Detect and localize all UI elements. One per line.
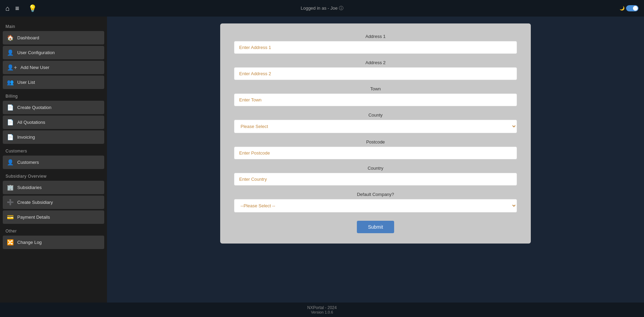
sidebar-item-label: Invoicing [17,135,35,140]
sidebar: Main🏠Dashboard👤User Configuration👤+Add N… [0,17,107,303]
sidebar-item-user-list[interactable]: 👥User List [3,76,104,89]
dashboard-icon: 🏠 [7,34,14,41]
moon-icon: 🌙 [619,6,625,11]
select-default-company[interactable]: --Please Select -- [234,199,517,212]
invoicing-icon: 📄 [7,134,14,140]
add-new-user-icon: 👤+ [7,64,17,71]
form-group-county: CountyPlease Select [234,112,517,133]
form-group-postcode: Postcode [234,139,517,159]
sidebar-item-payment-details[interactable]: 💳Payment Details [3,210,104,224]
create-subsidiary-icon: ➕ [7,199,14,206]
home-icon[interactable]: ⌂ [6,4,10,12]
form-group-town: Town [234,86,517,106]
label-default-company: Default Company? [234,192,517,197]
footer-version: Version 1.0.6 [3,310,641,314]
sidebar-item-label: All Quotations [17,120,45,125]
topbar: ⌂ ≡ 💡 Logged in as - Joe ⓘ 🌙 [0,0,644,17]
customers-icon: 👤 [7,159,14,166]
form-group-default-company: Default Company?--Please Select -- [234,192,517,212]
user-icon-circle: ⓘ [339,6,343,11]
form-card: Address 1Address 2TownCountyPlease Selec… [220,23,531,244]
footer: NXPortal - 2024 Version 1.0.6 [0,303,644,317]
user-list-icon: 👥 [7,79,14,86]
sidebar-item-label: Add New User [20,65,49,70]
sidebar-item-customers[interactable]: 👤Customers [3,156,104,169]
input-address1[interactable] [234,41,517,54]
sidebar-section-label: Other [3,225,104,236]
sidebar-item-subsidiaries[interactable]: 🏢Subsidiaries [3,181,104,194]
sidebar-item-create-subsidiary[interactable]: ➕Create Subsidiary [3,196,104,209]
input-postcode[interactable] [234,147,517,159]
main-content: Address 1Address 2TownCountyPlease Selec… [107,17,644,303]
user-configuration-icon: 👤 [7,49,14,56]
form-group-address1: Address 1 [234,34,517,54]
sidebar-item-label: Dashboard [17,35,39,40]
sidebar-item-label: Customers [17,160,39,165]
form-group-address2: Address 2 [234,60,517,80]
form-group-country: Country [234,166,517,186]
sidebar-item-label: Change Log [17,240,42,245]
sidebar-section-label: Billing [3,90,104,101]
sidebar-item-change-log[interactable]: 🔀Change Log [3,236,104,249]
sidebar-item-label: Subsidiaries [17,185,42,190]
sidebar-item-all-quotations[interactable]: 📄All Quotations [3,116,104,129]
label-postcode: Postcode [234,139,517,145]
sidebar-item-label: Create Subsidiary [17,200,53,205]
sidebar-item-invoicing[interactable]: 📄Invoicing [3,130,104,144]
create-quotation-icon: 📄 [7,104,14,111]
all-quotations-icon: 📄 [7,119,14,126]
sidebar-section-label: Customers [3,145,104,156]
sidebar-section-label: Main [3,21,104,31]
sidebar-item-dashboard[interactable]: 🏠Dashboard [3,31,104,44]
payment-details-icon: 💳 [7,214,14,220]
logged-in-text: Logged in as - Joe [301,6,338,11]
select-county[interactable]: Please Select [234,120,517,133]
input-country[interactable] [234,173,517,186]
footer-copyright: NXPortal - 2024 [3,305,641,310]
sidebar-item-label: User Configuration [17,50,55,55]
sidebar-item-label: Payment Details [17,215,50,220]
sidebar-item-label: Create Quotation [17,105,51,110]
label-country: Country [234,166,517,171]
hamburger-icon[interactable]: ≡ [15,4,19,12]
input-address2[interactable] [234,67,517,80]
sidebar-item-user-configuration[interactable]: 👤User Configuration [3,46,104,59]
sidebar-item-create-quotation[interactable]: 📄Create Quotation [3,101,104,114]
subsidiaries-icon: 🏢 [7,184,14,191]
label-county: County [234,112,517,118]
toggle-switch[interactable] [626,5,638,11]
label-address1: Address 1 [234,34,517,39]
theme-toggle[interactable]: 🌙 [619,5,638,11]
label-town: Town [234,86,517,91]
sidebar-section-label: Subsidiary Overview [3,170,104,181]
sidebar-item-add-new-user[interactable]: 👤+Add New User [3,61,104,74]
change-log-icon: 🔀 [7,239,14,246]
label-address2: Address 2 [234,60,517,65]
submit-button[interactable]: Submit [357,221,394,233]
sidebar-item-label: User List [17,80,35,85]
input-town[interactable] [234,93,517,106]
bulb-icon[interactable]: 💡 [28,4,37,12]
